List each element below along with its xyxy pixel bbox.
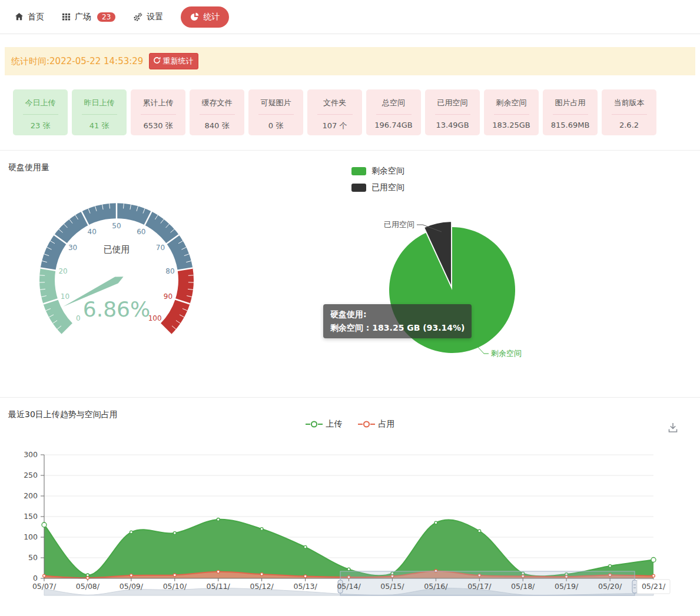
stat-card-value: 840 张: [190, 121, 244, 131]
svg-text:60: 60: [137, 228, 145, 236]
stat-card-label: 图片占用: [543, 98, 598, 108]
nav-item-label: 统计: [203, 12, 220, 22]
stat-card-value: 0 张: [248, 121, 303, 131]
stat-card-today-upload: 今日上传23 张: [13, 89, 68, 135]
stat-card-divider: [317, 114, 353, 115]
datazoom-right-handle[interactable]: [632, 580, 637, 593]
stat-card-divider: [258, 114, 294, 115]
svg-text:40: 40: [88, 228, 97, 236]
stat-card-divider: [200, 114, 235, 115]
nav-item-stats[interactable]: 统计: [181, 6, 229, 28]
grid-icon: [62, 12, 71, 21]
svg-text:0: 0: [76, 314, 81, 322]
stat-card-divider: [82, 114, 117, 115]
stat-card-label: 昨日上传: [72, 98, 127, 108]
stat-card-label: 文件夹: [307, 98, 362, 108]
refresh-icon: [153, 56, 161, 66]
stat-card-value: 107 个: [307, 121, 362, 131]
legend-label: 占用: [379, 419, 395, 429]
stat-card-label: 累计上传: [131, 98, 185, 108]
svg-text:05/10/: 05/10/: [163, 582, 187, 591]
disk-usage-title: 硬盘使用量: [8, 162, 49, 173]
stat-card-divider: [435, 114, 470, 115]
stats-time-label: 统计时间:2022-05-22 14:53:29: [11, 56, 143, 67]
trend-legend-item-usage[interactable]: 占用: [358, 419, 395, 429]
stat-card-value: 196.74GB: [366, 121, 421, 129]
pie-tooltip-value: 剩余空间 : 183.25 GB (93.14%): [330, 321, 465, 335]
svg-text:200: 200: [24, 491, 38, 500]
disk-usage-section: 硬盘使用量 0102030405060708090100已使用6.86%已用空间…: [0, 150, 700, 397]
trend-chart-canvas: 05010015020025030005/07/05/08/05/09/05/1…: [0, 445, 700, 616]
legend-label: 上传: [326, 419, 343, 429]
svg-text:90: 90: [164, 292, 172, 301]
stat-card-value: 183.25GB: [484, 121, 539, 129]
svg-text:05/17/: 05/17/: [467, 582, 492, 591]
nav-item-settings[interactable]: 设置: [133, 12, 163, 22]
stat-card-divider: [23, 114, 58, 115]
refresh-stats-button[interactable]: 重新统计: [149, 53, 198, 69]
home-icon: [15, 12, 24, 21]
stat-card-cache-files: 缓存文件840 张: [190, 89, 244, 135]
nav-item-plaza[interactable]: 广场23: [62, 12, 115, 22]
svg-text:05/08/: 05/08/: [76, 582, 100, 591]
stat-card-total-space: 总空间196.74GB: [366, 89, 421, 135]
nav-item-label: 首页: [28, 12, 44, 22]
svg-text:50: 50: [28, 553, 38, 562]
download-icon[interactable]: [666, 421, 679, 437]
trend-legend-item-upload[interactable]: 上传: [306, 419, 343, 429]
stat-card-version: 当前版本2.6.2: [602, 89, 656, 135]
stat-card-used-space: 已用空间13.49GB: [425, 89, 480, 135]
svg-text:300: 300: [24, 450, 38, 459]
svg-text:05/07/: 05/07/: [32, 582, 57, 591]
stat-card-label: 已用空间: [425, 98, 480, 108]
pie-tooltip: 硬盘使用: 剩余空间 : 183.25 GB (93.14%): [323, 304, 472, 338]
svg-text:05/21/: 05/21/: [642, 582, 666, 591]
svg-text:05/13/: 05/13/: [293, 582, 317, 591]
stat-card-label: 缓存文件: [190, 98, 244, 108]
nav-item-home[interactable]: 首页: [15, 12, 44, 22]
svg-text:150: 150: [24, 512, 38, 521]
pie-legend-item-used-space[interactable]: 已用空间: [351, 182, 404, 193]
svg-text:05/12/: 05/12/: [250, 582, 274, 591]
svg-text:6.86%: 6.86%: [83, 297, 150, 321]
svg-text:50: 50: [112, 222, 121, 230]
svg-text:05/11/: 05/11/: [207, 582, 231, 591]
line-marker-icon: [306, 421, 323, 428]
svg-text:10: 10: [61, 292, 69, 301]
trend-section: 最近30日上传趋势与空间占用 上传占用 05010015020025030005…: [0, 397, 700, 616]
svg-text:05/18/: 05/18/: [511, 582, 535, 591]
svg-text:05/19/: 05/19/: [555, 582, 579, 591]
legend-label: 剩余空间: [371, 166, 404, 177]
stat-card-label: 可疑图片: [248, 98, 303, 108]
svg-text:05/15/: 05/15/: [380, 582, 404, 591]
stat-card-label: 今日上传: [13, 98, 68, 108]
plaza-count-badge: 23: [97, 12, 115, 22]
svg-text:80: 80: [165, 267, 174, 275]
stat-card-value: 815.69MB: [543, 121, 598, 129]
stats-banner: 统计时间:2022-05-22 14:53:29 重新统计: [5, 47, 695, 75]
svg-text:0: 0: [33, 574, 38, 582]
pie-icon: [190, 12, 199, 21]
stat-card-total-upload: 累计上传6530 张: [131, 89, 185, 135]
disk-charts-canvas: 0102030405060708090100已使用6.86%已用空间剩余空间: [0, 151, 700, 398]
stat-card-free-space: 剩余空间183.25GB: [484, 89, 539, 135]
nav-item-label: 广场: [75, 12, 91, 22]
svg-text:已使用: 已使用: [104, 244, 130, 255]
svg-text:05/20/: 05/20/: [598, 582, 622, 591]
stat-cards-row: 今日上传23 张昨日上传41 张累计上传6530 张缓存文件840 张可疑图片0…: [13, 89, 700, 135]
svg-text:30: 30: [68, 244, 77, 252]
pie-legend-item-free-space[interactable]: 剩余空间: [351, 166, 404, 177]
svg-text:250: 250: [24, 471, 38, 480]
svg-text:已用空间: 已用空间: [384, 220, 414, 229]
svg-text:70: 70: [156, 244, 165, 252]
stat-card-divider: [553, 114, 588, 115]
stat-card-folders: 文件夹107 个: [307, 89, 362, 135]
line-marker-icon: [358, 421, 375, 428]
stat-card-divider: [612, 114, 647, 115]
stat-card-image-usage: 图片占用815.69MB: [543, 89, 598, 135]
stat-card-label: 剩余空间: [484, 98, 539, 108]
stat-card-suspicious-images: 可疑图片0 张: [248, 89, 303, 135]
stat-card-label: 总空间: [366, 98, 421, 108]
svg-text:20: 20: [58, 267, 67, 275]
stat-card-value: 41 张: [72, 121, 127, 131]
